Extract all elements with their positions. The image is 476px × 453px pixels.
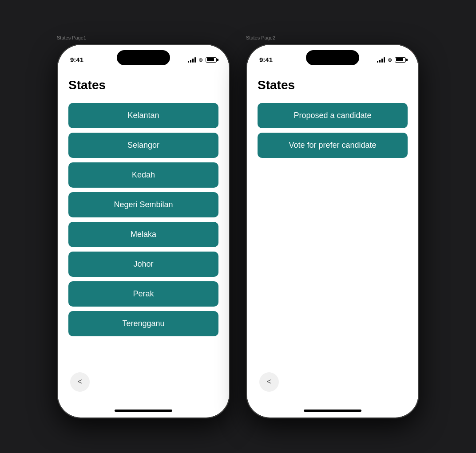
phone2-dynamic-island [306, 50, 359, 65]
phone1-wrapper: States Page1 9:41 ⊛ [57, 35, 230, 418]
phone1: 9:41 ⊛ States Kel [57, 44, 230, 418]
phone1-content: States Kelantan Selangor Kedah Negeri Se… [58, 69, 229, 367]
state-button-kedah[interactable]: Kedah [68, 162, 218, 188]
phone1-screen: 9:41 ⊛ States Kel [58, 45, 229, 418]
phone2: 9:41 ⊛ States Pro [246, 44, 419, 418]
phone2-battery-icon [395, 57, 406, 63]
phone2-time: 9:41 [259, 56, 273, 63]
state-button-negeri-sembilan[interactable]: Negeri Sembilan [68, 192, 218, 217]
phone2-status-icons: ⊛ [377, 57, 406, 63]
phone2-home-indicator [247, 404, 418, 418]
state-button-kelantan[interactable]: Kelantan [68, 103, 218, 128]
phone2-content: States Proposed a candidate Vote for pre… [247, 69, 418, 367]
state-button-melaka[interactable]: Melaka [68, 222, 218, 247]
phone2-signal-icon [377, 57, 385, 63]
phone2-screen: 9:41 ⊛ States Pro [247, 45, 418, 418]
state-button-perak[interactable]: Perak [68, 281, 218, 307]
phone1-back-button[interactable]: < [70, 372, 90, 392]
phone2-bottom-area: < [247, 367, 418, 404]
phone2-back-button[interactable]: < [259, 372, 279, 392]
state-button-selangor[interactable]: Selangor [68, 133, 218, 158]
phone1-dynamic-island [117, 50, 170, 65]
phone2-wifi-icon: ⊛ [388, 57, 392, 63]
phone1-page-title: States [68, 78, 218, 92]
phone1-battery-icon [206, 57, 217, 63]
phone1-status-icons: ⊛ [188, 57, 217, 63]
phone2-wrapper: States Page2 9:41 ⊛ [246, 35, 419, 418]
state-button-terengganu[interactable]: Terengganu [68, 311, 218, 336]
phone1-wifi-icon: ⊛ [198, 57, 203, 63]
phone2-label: States Page2 [246, 35, 275, 40]
phone1-home-indicator [58, 404, 229, 418]
phone1-signal-icon [188, 57, 196, 63]
action-button-propose[interactable]: Proposed a candidate [258, 103, 408, 128]
phone1-home-bar [115, 410, 172, 412]
state-button-johor[interactable]: Johor [68, 252, 218, 277]
phone1-time: 9:41 [70, 56, 83, 63]
phone2-home-bar [304, 410, 361, 412]
phone1-bottom-area: < [58, 367, 229, 404]
action-button-vote[interactable]: Vote for prefer candidate [258, 133, 408, 158]
phone1-label: States Page1 [57, 35, 86, 40]
phone2-page-title: States [258, 78, 408, 92]
